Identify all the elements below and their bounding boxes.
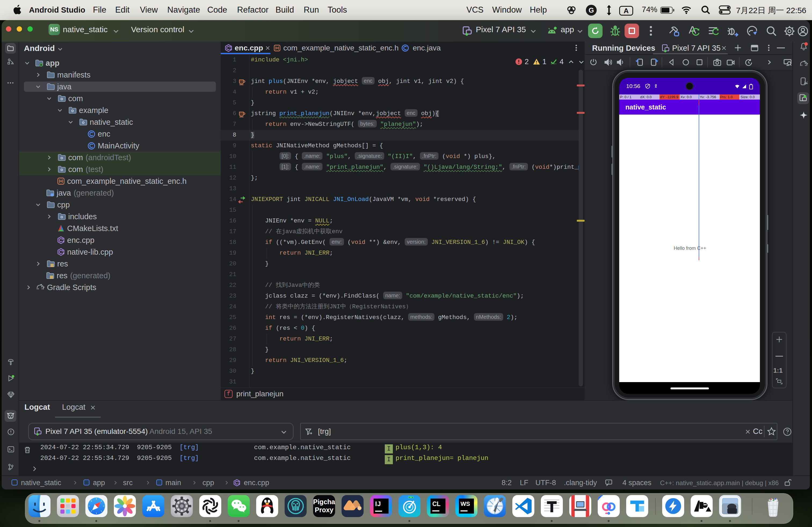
svg-text:G: G [589, 6, 594, 14]
